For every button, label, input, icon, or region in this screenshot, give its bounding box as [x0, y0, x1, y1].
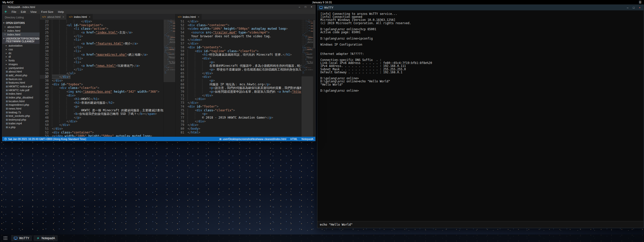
- menu-edit[interactable]: Edit: [19, 10, 28, 13]
- line-number: 44: [40, 101, 49, 105]
- file-icon: ▤: [6, 74, 9, 77]
- tree-file[interactable]: ▤trailer.mp4: [2, 122, 40, 125]
- scrollbar-thumb[interactable]: [313, 20, 315, 48]
- statusbar-language[interactable]: HTML: [290, 137, 298, 141]
- terminal-input[interactable]: echo "Hello World": [317, 221, 643, 228]
- code-editor[interactable]: </div> <ul id="navigation"> <li class="a…: [52, 20, 163, 137]
- file-icon: ▤: [6, 107, 9, 110]
- menu-font-size[interactable]: Font Size: [39, 10, 56, 13]
- tree-file[interactable]: ▤add_vhost.php: [2, 74, 40, 77]
- close-icon[interactable]: ×: [309, 5, 314, 9]
- line-number: 32: [40, 57, 49, 60]
- minimize-icon[interactable]: –: [626, 6, 629, 9]
- tree-file[interactable]: ▤teabag.7z: [2, 110, 40, 114]
- tab-about.html[interactable]: </>about.html×: [40, 14, 67, 20]
- open-editors-header[interactable]: ▾ OPEN EDITORS: [2, 21, 40, 25]
- tree-file[interactable]: ▤location.html: [2, 99, 40, 103]
- tree-file[interactable]: ▤favicon.ico: [2, 77, 40, 81]
- minimize-icon[interactable]: –: [297, 5, 302, 9]
- line-number: 59: [175, 49, 184, 53]
- open-editor-item[interactable]: ×about.html: [2, 25, 40, 29]
- terminal-line: Ethernet adapter ?A?????:: [320, 52, 640, 55]
- hamburger-menu-icon[interactable]: ☰: [639, 1, 641, 4]
- line-number: 23: [40, 23, 49, 27]
- workspace-header[interactable]: ▾ USER/DESKTOP/SCREENSHOT /TEST/WWW CLEA…: [2, 36, 40, 44]
- line-number-gutter: 5152535455565758596061626364656667686970…: [175, 20, 188, 137]
- menu-bar: FileEditViewFont SizeHelp: [9, 9, 66, 14]
- tree-file[interactable]: ▤test_sockets.php: [2, 114, 40, 118]
- code-line: </li>: [52, 57, 163, 60]
- line-number: 68: [175, 83, 184, 86]
- tree-file[interactable]: ▤HKWTC rule.pdf: [2, 88, 40, 92]
- menu-help[interactable]: Help: [56, 10, 66, 13]
- tree-file[interactable]: ▤about.html: [2, 70, 40, 74]
- maximize-icon[interactable]: □: [632, 6, 635, 9]
- close-icon[interactable]: ×: [4, 26, 7, 28]
- tab-label: about.html: [47, 15, 60, 18]
- tree-folder[interactable]: ▸dl: [2, 55, 40, 59]
- file-name: autostation: [9, 44, 22, 47]
- tab-index.html[interactable]: </>index.html×: [67, 14, 93, 20]
- tab-index.html[interactable]: </>index.html×: [175, 14, 202, 20]
- workspace-path-line2: /TEST/WWW CLEANED/: [6, 40, 40, 43]
- maximize-icon[interactable]: □: [303, 5, 308, 9]
- file-name: yamlyamlml: [9, 66, 24, 70]
- code-line: <div class="container">: [52, 131, 163, 134]
- open-editor-item[interactable]: ×index.html: [2, 32, 40, 36]
- close-icon[interactable]: ×: [198, 16, 199, 18]
- terminal-output[interactable]: [info] Connecting to arozos WsTTY servic…: [317, 10, 643, 221]
- tree-file[interactable]: ▤testmysql.php: [2, 118, 40, 122]
- tree-folder[interactable]: ▸autostation: [2, 44, 40, 48]
- line-number: 22: [40, 20, 49, 23]
- code-line: <a href="index.html">主頁</a>: [52, 31, 163, 34]
- line-number-gutter: 2223242526272829303132333435363738394041…: [40, 20, 52, 137]
- terminal-line: D:\golang\aroz online>echo "Hello World": [320, 80, 640, 83]
- tree-folder[interactable]: ▸dc: [2, 51, 40, 55]
- tree-folder[interactable]: ▸css: [2, 48, 40, 51]
- close-icon[interactable]: ×: [4, 33, 7, 36]
- tree-folder[interactable]: ▸yamlyamlml: [2, 66, 40, 70]
- statusbar-filepath[interactable]: user/Desktop/screenshot/test/www cleaned…: [223, 137, 286, 141]
- menu-view[interactable]: View: [28, 10, 39, 13]
- system-clock: January 9 16:31: [0, 1, 644, 4]
- scrollbar[interactable]: [313, 20, 315, 137]
- code-line: <li>: [52, 49, 163, 53]
- taskbar-item-label: NotepadA: [42, 236, 55, 240]
- minimap[interactable]: </div> <ul id="navigation"> <li class="a…: [163, 20, 175, 137]
- taskbar-item-wstty[interactable]: WsTTY: [11, 235, 32, 241]
- menu-file[interactable]: File: [9, 10, 19, 13]
- notepada-main: Directory Listing ▾ OPEN EDITORS ×about.…: [2, 14, 315, 137]
- line-number: 64: [175, 68, 184, 72]
- code-editor[interactable]: </div><div class="container"><video widt…: [188, 20, 301, 137]
- close-icon[interactable]: ×: [63, 16, 64, 18]
- open-editor-item[interactable]: ×index.html: [2, 29, 40, 33]
- tree-file[interactable]: ▤news.html: [2, 107, 40, 111]
- terminal-line: [320, 49, 640, 52]
- notepada-titlebar[interactable]: NotepadA - index.html – □ ×: [2, 5, 315, 9]
- wstty-titlebar[interactable]: WsTTY – □ ×: [317, 5, 643, 10]
- terminal-line: Active code page: 65001: [320, 31, 640, 34]
- close-icon[interactable]: ×: [638, 6, 641, 9]
- close-icon[interactable]: ×: [4, 29, 7, 32]
- tree-file[interactable]: ▤mapredirect.php: [2, 103, 40, 107]
- apps-grid-icon[interactable]: [2, 234, 10, 242]
- tree-file[interactable]: ▤features.html: [2, 81, 40, 85]
- tree-file[interactable]: ▤index.html: [2, 92, 40, 96]
- tree-folder[interactable]: ▸images: [2, 62, 40, 66]
- line-number: 63: [175, 64, 184, 68]
- line-number: 65: [175, 72, 184, 75]
- line-number: 70: [175, 90, 184, 94]
- statusbar-datetime: Sat Jan 09 2021 16:29:49 GMT+0800 (Hong …: [8, 137, 86, 141]
- line-number: 31: [40, 53, 49, 57]
- tree-file[interactable]: ▤index.php_disabled: [2, 96, 40, 99]
- minimap[interactable]: </div> <ul id="navigation"> <li class="a…: [301, 20, 313, 137]
- code-line: <p>: [52, 105, 163, 109]
- code-line: <div class="container">: [188, 23, 301, 27]
- taskbar-item-notepada[interactable]: NotepadA: [34, 235, 58, 241]
- tree-file[interactable]: ▤HKWTC notice.pdf: [2, 85, 40, 88]
- file-icon: ▤: [6, 126, 9, 128]
- close-icon[interactable]: ×: [89, 16, 90, 18]
- grid-dots-icon: [4, 236, 8, 240]
- tree-file[interactable]: ▤x.php: [2, 125, 40, 129]
- tree-folder[interactable]: ▸fonts: [2, 59, 40, 62]
